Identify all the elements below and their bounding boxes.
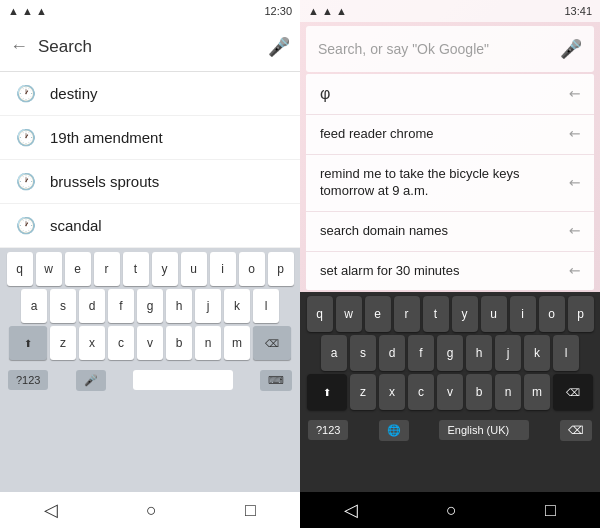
key-shift[interactable]: ⬆ bbox=[9, 326, 47, 360]
key-delete[interactable]: ⌫ bbox=[553, 374, 593, 410]
list-item[interactable]: 🕐 scandal bbox=[0, 204, 300, 248]
key-e[interactable]: e bbox=[65, 252, 91, 286]
key-l[interactable]: l bbox=[253, 289, 279, 323]
nav-home-dark-icon[interactable]: ○ bbox=[446, 500, 457, 521]
key-g[interactable]: g bbox=[437, 335, 463, 371]
nav-back-icon[interactable]: ◁ bbox=[44, 499, 58, 521]
key-shift[interactable]: ⬆ bbox=[307, 374, 347, 410]
key-s[interactable]: s bbox=[350, 335, 376, 371]
key-l[interactable]: l bbox=[553, 335, 579, 371]
key-u[interactable]: u bbox=[481, 296, 507, 332]
key-e[interactable]: e bbox=[365, 296, 391, 332]
key-p[interactable]: p bbox=[568, 296, 594, 332]
list-item[interactable]: remind me to take the bicycle keys tomor… bbox=[306, 155, 594, 212]
suggestion-text: feed reader chrome bbox=[320, 126, 433, 143]
key-row-3: ⬆ z x c v b n m ⌫ bbox=[2, 326, 298, 360]
key-r[interactable]: r bbox=[394, 296, 420, 332]
history-icon: 🕐 bbox=[16, 128, 36, 147]
right-search-bar[interactable]: Search, or say "Ok Google" 🎤 bbox=[306, 26, 594, 72]
key-d[interactable]: d bbox=[79, 289, 105, 323]
key-numbers-dark[interactable]: ?123 bbox=[308, 420, 348, 440]
key-x[interactable]: x bbox=[79, 326, 105, 360]
key-k[interactable]: k bbox=[524, 335, 550, 371]
key-d[interactable]: d bbox=[379, 335, 405, 371]
key-o[interactable]: o bbox=[239, 252, 265, 286]
key-w[interactable]: w bbox=[36, 252, 62, 286]
key-q[interactable]: q bbox=[307, 296, 333, 332]
dark-key-row-1: q w e r t y u i o p bbox=[302, 296, 598, 332]
list-item[interactable]: 🕐 brussels sprouts bbox=[0, 160, 300, 204]
history-icon: 🕐 bbox=[16, 84, 36, 103]
key-globe[interactable]: 🌐 bbox=[379, 420, 409, 441]
back-arrow-icon[interactable]: ← bbox=[10, 36, 28, 57]
key-q[interactable]: q bbox=[7, 252, 33, 286]
suggestion-left: remind me to take the bicycle keys tomor… bbox=[320, 166, 568, 200]
key-t[interactable]: t bbox=[423, 296, 449, 332]
key-m[interactable]: m bbox=[224, 326, 250, 360]
key-keyboard[interactable]: ⌨ bbox=[260, 370, 292, 391]
key-r[interactable]: r bbox=[94, 252, 120, 286]
suggestion-left: φ bbox=[320, 85, 330, 103]
key-h[interactable]: h bbox=[166, 289, 192, 323]
key-a[interactable]: a bbox=[321, 335, 347, 371]
key-row-1: q w e r t y u i o p bbox=[2, 252, 298, 286]
nav-back-dark-icon[interactable]: ◁ bbox=[344, 499, 358, 521]
right-status-bar: ▲ ▲ ▲ 13:41 bbox=[300, 0, 600, 22]
key-delete[interactable]: ⌫ bbox=[253, 326, 291, 360]
key-s[interactable]: s bbox=[50, 289, 76, 323]
key-i[interactable]: i bbox=[510, 296, 536, 332]
key-z[interactable]: z bbox=[50, 326, 76, 360]
left-nav-bar: ◁ ○ □ bbox=[0, 492, 300, 528]
key-space[interactable] bbox=[133, 370, 233, 390]
key-i[interactable]: i bbox=[210, 252, 236, 286]
left-search-input[interactable] bbox=[38, 37, 258, 57]
list-item[interactable]: search domain names ↗ bbox=[306, 212, 594, 252]
key-u[interactable]: u bbox=[181, 252, 207, 286]
suggestion-text: set alarm for 30 minutes bbox=[320, 263, 459, 280]
key-numbers[interactable]: ?123 bbox=[8, 370, 48, 390]
key-mic[interactable]: 🎤 bbox=[76, 370, 106, 391]
list-item[interactable]: 🕐 destiny bbox=[0, 72, 300, 116]
key-n[interactable]: n bbox=[195, 326, 221, 360]
key-m[interactable]: m bbox=[524, 374, 550, 410]
arrow-icon: ↗ bbox=[564, 84, 584, 104]
key-j[interactable]: j bbox=[495, 335, 521, 371]
key-y[interactable]: y bbox=[452, 296, 478, 332]
key-v[interactable]: v bbox=[437, 374, 463, 410]
list-item[interactable]: 🕐 19th amendment bbox=[0, 116, 300, 160]
key-g[interactable]: g bbox=[137, 289, 163, 323]
left-mic-icon[interactable]: 🎤 bbox=[268, 36, 290, 58]
key-a[interactable]: a bbox=[21, 289, 47, 323]
key-f[interactable]: f bbox=[108, 289, 134, 323]
key-delete-dark[interactable]: ⌫ bbox=[560, 420, 592, 441]
key-f[interactable]: f bbox=[408, 335, 434, 371]
key-j[interactable]: j bbox=[195, 289, 221, 323]
list-item[interactable]: φ ↗ bbox=[306, 74, 594, 115]
key-c[interactable]: c bbox=[108, 326, 134, 360]
list-item[interactable]: feed reader chrome ↗ bbox=[306, 115, 594, 155]
key-v[interactable]: v bbox=[137, 326, 163, 360]
key-space-dark[interactable]: English (UK) bbox=[439, 420, 529, 440]
key-h[interactable]: h bbox=[466, 335, 492, 371]
right-mic-icon[interactable]: 🎤 bbox=[560, 38, 582, 60]
arrow-icon: ↗ bbox=[564, 261, 584, 281]
left-status-bar: ▲ ▲ ▲ 12:30 bbox=[0, 0, 300, 22]
right-content: ▲ ▲ ▲ 13:41 Search, or say "Ok Google" 🎤… bbox=[300, 0, 600, 528]
key-b[interactable]: b bbox=[166, 326, 192, 360]
key-z[interactable]: z bbox=[350, 374, 376, 410]
key-o[interactable]: o bbox=[539, 296, 565, 332]
nav-recents-dark-icon[interactable]: □ bbox=[545, 500, 556, 521]
nav-home-icon[interactable]: ○ bbox=[146, 500, 157, 521]
key-n[interactable]: n bbox=[495, 374, 521, 410]
history-icon: 🕐 bbox=[16, 172, 36, 191]
key-t[interactable]: t bbox=[123, 252, 149, 286]
key-x[interactable]: x bbox=[379, 374, 405, 410]
key-y[interactable]: y bbox=[152, 252, 178, 286]
key-w[interactable]: w bbox=[336, 296, 362, 332]
list-item[interactable]: set alarm for 30 minutes ↗ bbox=[306, 252, 594, 291]
key-p[interactable]: p bbox=[268, 252, 294, 286]
nav-recents-icon[interactable]: □ bbox=[245, 500, 256, 521]
key-b[interactable]: b bbox=[466, 374, 492, 410]
key-k[interactable]: k bbox=[224, 289, 250, 323]
key-c[interactable]: c bbox=[408, 374, 434, 410]
